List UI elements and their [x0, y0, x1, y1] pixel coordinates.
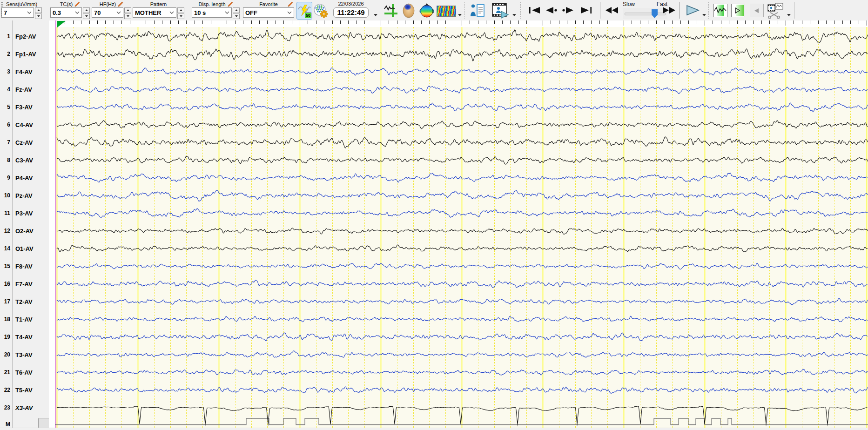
sens-spin-up-button[interactable]	[35, 7, 42, 13]
tc-combobox[interactable]: 0.3	[50, 7, 82, 18]
channel-row-fz-av[interactable]: 4Fz-AV	[0, 86, 49, 93]
channel-label: F3-AV	[15, 104, 33, 111]
montage-settings-button[interactable]	[312, 3, 329, 19]
channel-row-t3-av[interactable]: 20T3-AV	[0, 351, 49, 358]
display-length-control: Disp. length 10 s	[192, 1, 240, 19]
video-dropdown-arrow[interactable]	[512, 14, 516, 16]
pattern-spin-down-button[interactable]	[177, 13, 184, 19]
channel-row-c3-av[interactable]: 8C3-AV	[0, 156, 49, 164]
speed-slider-track[interactable]	[625, 13, 666, 15]
channel-row-t4-av[interactable]: 19T4-AV	[0, 333, 49, 341]
skip-to-start-button[interactable]	[527, 4, 542, 17]
channel-row-f8-av[interactable]: 15F8-AV	[0, 262, 49, 270]
channel-number: 2	[0, 51, 10, 57]
eeg-traces-canvas[interactable]	[55, 20, 868, 428]
step-back-disabled-button[interactable]	[750, 4, 764, 17]
video-clip-button[interactable]	[767, 2, 785, 19]
channel-number: 19	[0, 334, 10, 340]
hf-combobox[interactable]: 70	[92, 7, 123, 18]
time-box[interactable]: 11:22:49	[333, 7, 368, 18]
edit-pencil-icon[interactable]	[228, 1, 233, 7]
pattern-combobox[interactable]: MOTHER	[133, 7, 176, 18]
tc-spin-down-button[interactable]	[83, 13, 90, 19]
datetime-dropdown-arrow[interactable]	[374, 14, 377, 16]
patient-report-button[interactable]	[469, 3, 486, 19]
channel-number: 1	[0, 33, 10, 40]
head-map-3d-button[interactable]	[401, 2, 417, 19]
play-button[interactable]	[684, 4, 702, 17]
pattern-spin-up-button[interactable]	[177, 7, 184, 13]
topo-map-2d-button[interactable]	[418, 2, 435, 19]
edit-pencil-icon[interactable]	[74, 1, 80, 7]
spectrogram-button[interactable]	[437, 6, 456, 17]
spectrogram-dropdown-arrow[interactable]	[458, 14, 462, 16]
disp-spin-down-button[interactable]	[233, 13, 240, 19]
channel-label: F8-AV	[15, 263, 33, 270]
sens-spinner	[35, 7, 42, 19]
play-icon	[686, 5, 700, 16]
hf-label: HF(Hz)	[100, 1, 116, 7]
favorite-combobox[interactable]: OFF	[243, 7, 294, 18]
channel-row-o1-av[interactable]: 14O1-AV	[0, 245, 49, 252]
play-segment-button[interactable]	[731, 4, 745, 17]
video-review-button[interactable]	[491, 2, 510, 19]
notch-50-badge: 50	[305, 13, 311, 18]
pattern-control: Pattern MOTHER	[133, 1, 184, 19]
channel-row-p3-av[interactable]: 11P3-AV	[0, 209, 49, 217]
channel-row-t1-av[interactable]: 18T1-AV	[0, 316, 49, 323]
channel-row-pz-av[interactable]: 10Pz-AV	[0, 192, 49, 199]
sens-combobox[interactable]: 7	[1, 7, 34, 18]
disp-length-value: 10 s	[194, 9, 206, 16]
chevron-down-icon[interactable]	[223, 11, 229, 14]
channel-row-o2-av[interactable]: 12O2-AV	[0, 227, 49, 235]
label-divider	[13, 20, 13, 428]
chevron-down-icon[interactable]	[168, 11, 174, 14]
rewind-button[interactable]	[604, 4, 620, 17]
chevron-down-icon[interactable]	[25, 11, 32, 14]
sens-spin-down-button[interactable]	[35, 13, 42, 19]
notch-filter-50-button[interactable]: 50	[296, 2, 312, 20]
channel-row-f7-av[interactable]: 16F7-AV	[0, 280, 49, 288]
channel-label: T5-AV	[15, 387, 33, 394]
clip-dropdown-arrow[interactable]	[787, 14, 791, 16]
edit-pencil-icon[interactable]	[288, 1, 293, 7]
channel-row-p4-av[interactable]: 9P4-AV	[0, 174, 49, 181]
channel-row-t5-av[interactable]: 22T5-AV	[0, 386, 49, 394]
channel-row-t2-av[interactable]: 17T2-AV	[0, 298, 49, 305]
channel-label: C4-AV	[15, 121, 33, 128]
page-forward-button[interactable]	[561, 4, 575, 17]
channel-row-x3-av[interactable]: 23X3-AV	[0, 404, 49, 411]
waveform-cursor-button[interactable]	[383, 3, 399, 19]
hf-spin-down-button[interactable]	[124, 13, 131, 19]
fast-forward-icon	[662, 7, 676, 14]
disp-length-combobox[interactable]: 10 s	[192, 7, 232, 18]
channel-number: 5	[0, 104, 10, 110]
channel-row-t6-av[interactable]: 21T6-AV	[0, 369, 49, 376]
channel-row-f4-av[interactable]: 3F4-AV	[0, 68, 49, 75]
play-dropdown-arrow[interactable]	[702, 14, 706, 16]
hf-value: 70	[94, 9, 101, 16]
chevron-down-icon[interactable]	[73, 11, 80, 14]
position-marker-flag[interactable]	[57, 21, 66, 27]
chevron-down-icon[interactable]	[285, 11, 292, 14]
montage-head-gear-icon	[313, 3, 328, 18]
fast-forward-button[interactable]	[661, 4, 677, 17]
channel-row-f3-av[interactable]: 5F3-AV	[0, 103, 49, 111]
channel-row-c4-av[interactable]: 6C4-AV	[0, 121, 49, 128]
edit-pencil-icon[interactable]	[118, 1, 123, 7]
eeg-segment-button[interactable]	[713, 4, 727, 17]
time-text: 11:22:49	[337, 8, 364, 16]
channel-row-fp2-av[interactable]: 1Fp2-AV	[0, 33, 49, 40]
hf-spin-up-button[interactable]	[124, 7, 131, 13]
page-back-button[interactable]	[545, 4, 558, 17]
chevron-down-icon[interactable]	[114, 11, 121, 14]
speed-slider-handle[interactable]	[652, 9, 658, 18]
disp-spin-up-button[interactable]	[233, 7, 240, 13]
skip-to-end-button[interactable]	[579, 4, 593, 17]
channel-number: 18	[0, 316, 10, 322]
tc-spin-up-button[interactable]	[83, 7, 90, 13]
channel-row-fp1-av[interactable]: 2Fp1-AV	[0, 50, 49, 58]
channel-label: Fp2-AV	[15, 33, 36, 40]
channel-row-cz-av[interactable]: 7Cz-AV	[0, 139, 49, 146]
sens-value: 7	[4, 9, 7, 16]
